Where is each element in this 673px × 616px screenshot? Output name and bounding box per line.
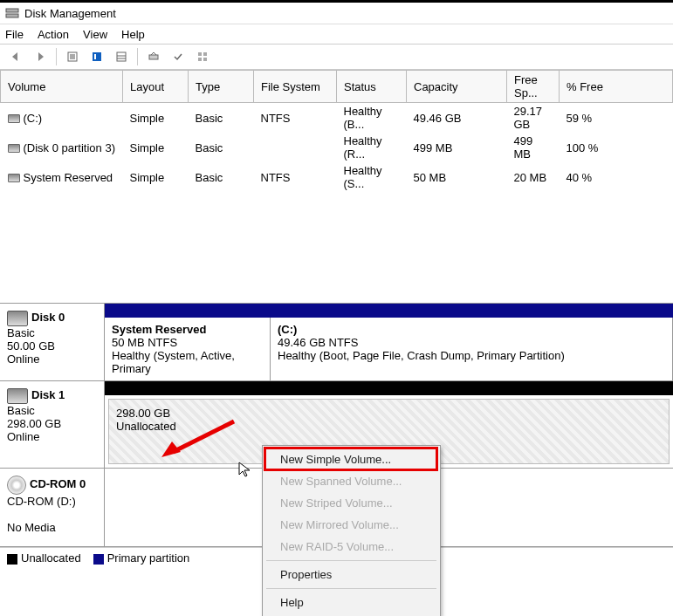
sysres-title: System Reserved (112, 323, 263, 336)
volume-icon (8, 144, 20, 153)
context-menu: New Simple Volume... New Spanned Volume.… (262, 445, 441, 616)
cdrom-name: CD-ROM 0 (30, 477, 86, 490)
menu-separator (266, 560, 436, 561)
svg-rect-11 (203, 52, 207, 56)
check-icon[interactable] (168, 46, 189, 67)
volume-icon (8, 114, 20, 123)
c-status: Healthy (Boot, Page File, Crash Dump, Pr… (278, 349, 565, 362)
menubar: File Action View Help (0, 24, 673, 44)
col-status[interactable]: Status (337, 71, 407, 103)
col-volume[interactable]: Volume (1, 71, 123, 103)
svg-rect-6 (117, 52, 126, 61)
col-pct[interactable]: % Free (560, 71, 673, 103)
refresh-icon[interactable] (143, 46, 164, 67)
cdrom-header: CD-ROM 0 CD-ROM (D:) No Media (0, 469, 105, 546)
svg-rect-5 (94, 54, 96, 59)
disk-icon (7, 311, 28, 326)
svg-rect-9 (149, 55, 158, 59)
menu-separator (266, 588, 436, 589)
disk-1-type: Basic (7, 404, 97, 417)
swatch-primary (93, 554, 104, 565)
col-free[interactable]: Free Sp... (507, 71, 560, 103)
partition-c[interactable]: (C:) 49.46 GB NTFS Healthy (Boot, Page F… (271, 318, 673, 380)
table-row[interactable]: (Disk 0 partition 3)SimpleBasicHealthy (… (1, 133, 673, 162)
menu-properties[interactable]: Properties (264, 564, 438, 585)
disk-0-bar (105, 304, 673, 318)
disk-1-name: Disk 1 (31, 388, 65, 401)
cdrom-state: No Media (7, 521, 97, 534)
unalloc-size: 298.00 GB (116, 407, 170, 420)
menu-help[interactable]: Help (264, 592, 438, 613)
svg-rect-4 (93, 52, 101, 61)
col-capacity[interactable]: Capacity (407, 71, 507, 103)
menu-new-simple-volume[interactable]: New Simple Volume... (264, 448, 438, 470)
disk-0-type: Basic (7, 326, 97, 339)
properties-icon[interactable] (86, 46, 107, 67)
volume-table: Volume Layout Type File System Status Ca… (0, 70, 673, 192)
cdrom-drive: CD-ROM (D:) (7, 495, 97, 508)
svg-rect-0 (6, 9, 18, 12)
list-icon[interactable] (111, 46, 132, 67)
table-row[interactable]: System ReservedSimpleBasicNTFSHealthy (S… (1, 162, 673, 192)
menu-new-mirrored-volume: New Mirrored Volume... (264, 514, 438, 536)
partition-system-reserved[interactable]: System Reserved 50 MB NTFS Healthy (Syst… (105, 318, 271, 380)
menu-action[interactable]: Action (38, 28, 69, 41)
c-sub: 49.46 GB NTFS (278, 336, 358, 349)
col-type[interactable]: Type (189, 71, 254, 103)
app-icon (5, 6, 19, 20)
disk-0-state: Online (7, 352, 97, 366)
view-icon[interactable] (62, 46, 83, 67)
svg-rect-1 (6, 14, 18, 17)
swatch-unallocated (7, 554, 17, 565)
disk-1-header: Disk 1 Basic 298.00 GB Online (0, 381, 105, 468)
disk-0-header: Disk 0 Basic 50.00 GB Online (0, 304, 105, 380)
table-row[interactable]: (C:)SimpleBasicNTFSHealthy (B...49.46 GB… (1, 103, 673, 133)
menu-view[interactable]: View (83, 28, 107, 41)
sysres-status: Healthy (System, Active, Primary (112, 349, 235, 375)
disk-1-bar (105, 381, 673, 395)
disk-1-state: Online (7, 430, 97, 443)
grid-icon[interactable] (192, 46, 213, 67)
legend-primary: Primary partition (93, 551, 190, 565)
back-icon[interactable] (5, 46, 26, 67)
legend-unallocated: Unallocated (7, 551, 81, 565)
forward-icon[interactable] (30, 46, 51, 67)
disk-0-size: 50.00 GB (7, 339, 97, 352)
c-title: (C:) (278, 323, 665, 336)
menu-new-raid5-volume: New RAID-5 Volume... (264, 536, 438, 558)
menu-help[interactable]: Help (121, 28, 145, 41)
svg-rect-3 (70, 54, 75, 59)
sysres-sub: 50 MB NTFS (112, 336, 177, 349)
menu-new-striped-volume: New Striped Volume... (264, 492, 438, 514)
svg-rect-10 (198, 52, 202, 56)
col-fs[interactable]: File System (254, 71, 337, 103)
svg-rect-13 (203, 58, 207, 61)
disk-0-name: Disk 0 (31, 311, 65, 324)
svg-rect-12 (198, 58, 202, 61)
titlebar: Disk Management (0, 0, 673, 24)
col-layout[interactable]: Layout (123, 71, 189, 103)
disk-icon (7, 388, 28, 404)
disk-0-row[interactable]: Disk 0 Basic 50.00 GB Online System Rese… (0, 304, 673, 381)
volume-icon (8, 174, 20, 182)
disk-1-size: 298.00 GB (7, 417, 97, 430)
window-title: Disk Management (24, 7, 116, 20)
toolbar-divider (137, 48, 138, 65)
volume-list-pane: Volume Layout Type File System Status Ca… (0, 70, 673, 304)
cdrom-icon (7, 476, 26, 495)
menu-new-spanned-volume: New Spanned Volume... (264, 470, 438, 492)
toolbar-divider (56, 48, 57, 65)
menu-file[interactable]: File (5, 28, 24, 41)
toolbar (0, 44, 673, 70)
unalloc-label: Unallocated (116, 420, 176, 433)
